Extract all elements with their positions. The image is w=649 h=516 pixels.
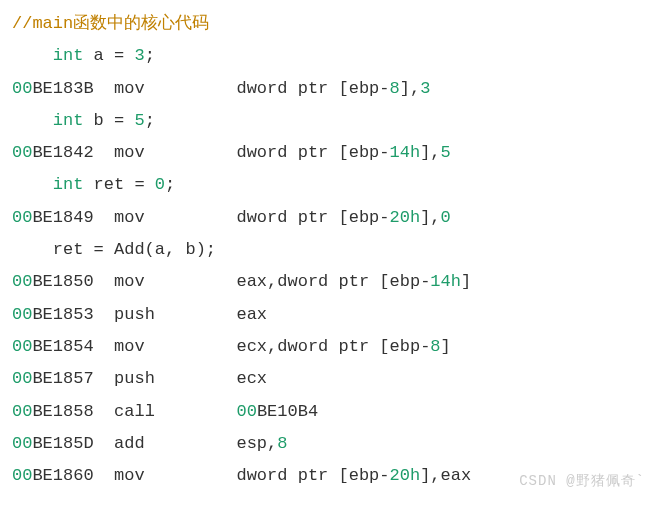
source-line: int b = 5; bbox=[12, 105, 637, 137]
asm-line: 00BE1858 call 00BE10B4 bbox=[12, 396, 637, 428]
asm-line: 00BE1854 mov ecx,dword ptr [ebp-8] bbox=[12, 331, 637, 363]
source-line: int ret = 0; bbox=[12, 169, 637, 201]
asm-line: 00BE183B mov dword ptr [ebp-8],3 bbox=[12, 73, 637, 105]
asm-line: 00BE1853 push eax bbox=[12, 299, 637, 331]
source-line: ret = Add(a, b); bbox=[12, 234, 637, 266]
comment-line: //main函数中的核心代码 bbox=[12, 8, 637, 40]
asm-line: 00BE1842 mov dword ptr [ebp-14h],5 bbox=[12, 137, 637, 169]
asm-line: 00BE185D add esp,8 bbox=[12, 428, 637, 460]
asm-line: 00BE1857 push ecx bbox=[12, 363, 637, 395]
asm-line: 00BE1849 mov dword ptr [ebp-20h],0 bbox=[12, 202, 637, 234]
asm-line: 00BE1860 mov dword ptr [ebp-20h],eax bbox=[12, 460, 637, 492]
code-block: //main函数中的核心代码 int a = 3;00BE183B mov dw… bbox=[12, 8, 637, 492]
asm-line: 00BE1850 mov eax,dword ptr [ebp-14h] bbox=[12, 266, 637, 298]
source-line: int a = 3; bbox=[12, 40, 637, 72]
